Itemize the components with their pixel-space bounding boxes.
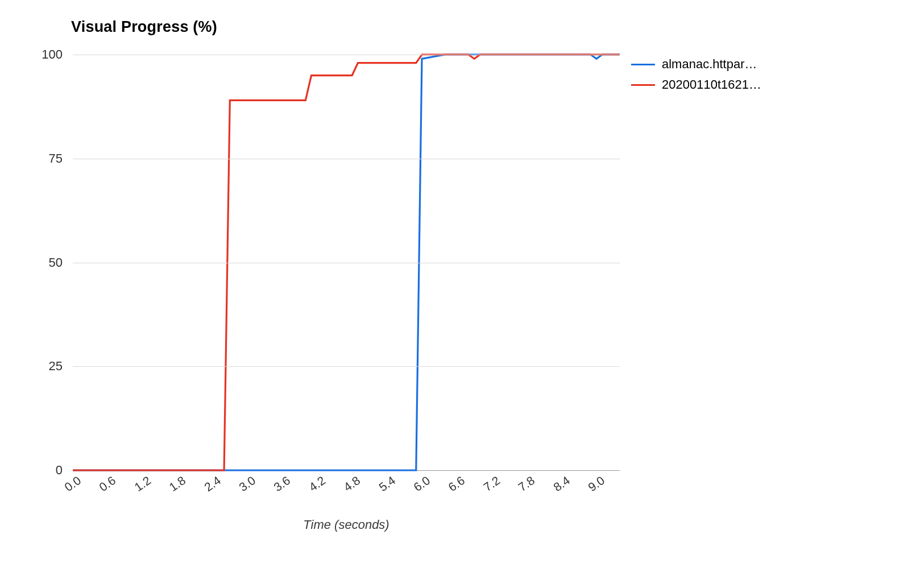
- y-tick-label: 0: [56, 463, 63, 478]
- legend-item[interactable]: almanac.httpar…: [631, 54, 761, 74]
- x-tick-label: 1.8: [167, 474, 188, 494]
- chart-title: Visual Progress (%): [71, 18, 217, 36]
- x-tick-label: 3.6: [272, 474, 293, 494]
- x-tick-label: 0.0: [62, 474, 84, 494]
- y-tick-label: 75: [49, 151, 63, 166]
- x-tick-label: 9.0: [586, 474, 607, 494]
- y-tick-label: 100: [42, 47, 63, 62]
- x-tick-label: 4.8: [341, 474, 363, 494]
- legend-swatch: [631, 64, 655, 65]
- gridline: [73, 159, 620, 159]
- visual-progress-chart: Visual Progress (%) 02550751000.00.61.21…: [0, 0, 904, 588]
- gridline: [73, 55, 620, 55]
- gridline: [73, 263, 620, 263]
- legend-label: almanac.httpar…: [662, 57, 757, 72]
- x-tick-label: 4.2: [306, 474, 328, 494]
- x-tick-label: 7.2: [481, 474, 503, 494]
- x-tick-label: 2.4: [202, 474, 223, 494]
- x-tick-label: 8.4: [551, 474, 573, 494]
- x-axis-title: Time (seconds): [73, 517, 620, 532]
- y-tick-label: 25: [49, 359, 63, 374]
- gridline: [73, 366, 620, 367]
- legend-label: 20200110t1621…: [662, 77, 761, 92]
- y-tick-label: 50: [49, 255, 63, 270]
- x-tick-label: 7.8: [516, 474, 537, 494]
- plot-region[interactable]: 02550751000.00.61.21.82.43.03.64.24.85.4…: [73, 55, 620, 471]
- x-tick-label: 6.0: [411, 474, 433, 494]
- legend: almanac.httpar… 20200110t1621…: [631, 54, 761, 95]
- x-tick-label: 5.4: [376, 474, 398, 494]
- x-tick-label: 0.6: [97, 474, 119, 494]
- legend-swatch: [631, 84, 655, 86]
- x-tick-label: 1.2: [132, 474, 154, 494]
- x-tick-label: 6.6: [446, 474, 468, 494]
- x-tick-label: 3.0: [237, 474, 258, 494]
- legend-item[interactable]: 20200110t1621…: [631, 74, 761, 95]
